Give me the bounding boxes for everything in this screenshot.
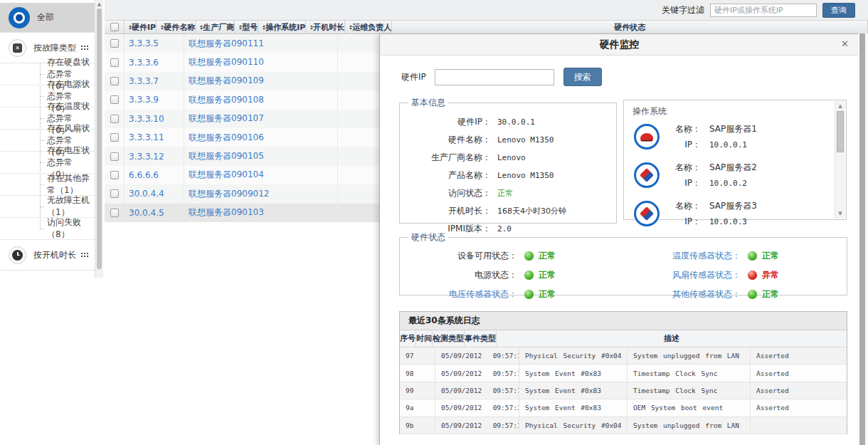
log-panel-title: 最近30条系统日志	[400, 312, 847, 330]
field-label: 访问状态：	[400, 187, 491, 199]
close-icon[interactable]: ✕	[841, 39, 849, 48]
sidebar-group-uptime[interactable]: 按开机时长	[0, 240, 95, 271]
status-label[interactable]: 风扇传感器状态：	[623, 269, 741, 281]
log-row: 98 05/09/2012 09:57:16 System Event #0x8…	[400, 365, 847, 382]
row-checkbox[interactable]	[110, 115, 119, 123]
log-seq-cell: 9b	[400, 417, 435, 434]
hardware-ip-link[interactable]: 30.0.4.5	[129, 208, 164, 218]
os-logo-icon	[634, 162, 660, 188]
os-name-label: 名称：	[672, 123, 701, 135]
hardware-name-link[interactable]: 联想服务器090110	[189, 56, 264, 68]
hardware-ip-link[interactable]: 3.3.3.11	[129, 132, 164, 142]
query-button[interactable]: 查询	[822, 3, 855, 18]
table-column-header[interactable]: 开机时长	[306, 21, 345, 33]
os-panel-scrollbar[interactable]: ▲ ▼	[835, 101, 845, 219]
log-time-cell: 05/09/2012 09:57:16	[435, 365, 519, 381]
sidebar-fault-item[interactable]: 访问失败（8）	[0, 218, 95, 240]
sidebar-fault-item[interactable]: 无故障主机（1）	[0, 196, 95, 218]
hardware-ip-link[interactable]: 3.3.3.5	[129, 38, 159, 48]
hardware-name-link[interactable]: 联想服务器090111	[189, 38, 264, 50]
log-detect-cell: System Event #0x83	[519, 382, 628, 399]
row-checkbox-cell	[105, 110, 125, 128]
sidebar-scrollbar[interactable]: ▲	[95, 0, 103, 278]
uptime-clock-icon	[9, 246, 26, 264]
status-row: 设备可用状态： 正常	[400, 246, 623, 266]
status-dot-icon	[748, 271, 757, 280]
sidebar-fault-item[interactable]: 存在电压状态异常（0）	[0, 152, 95, 174]
column-header-label: 生产厂商	[203, 22, 234, 33]
log-column-header: 序号	[400, 330, 416, 347]
row-checkbox[interactable]	[110, 152, 119, 161]
hardware-ip-link[interactable]: 3.3.3.7	[129, 76, 159, 86]
hardware-name-link[interactable]: 联想服务器090104	[189, 169, 264, 181]
group-menu-icon[interactable]	[80, 252, 89, 258]
table-column-header[interactable]: 型号	[235, 21, 258, 33]
field-label: 硬件名称：	[400, 134, 491, 146]
status-dot-icon	[524, 251, 534, 261]
scroll-up-icon[interactable]: ▲	[835, 103, 845, 109]
sidebar-fault-item[interactable]: 存在其他异常（1）	[0, 174, 95, 196]
hardware-name-link[interactable]: 联想服务器090108	[189, 94, 264, 106]
ip-search-input[interactable]	[435, 69, 554, 85]
hardware-ip-link[interactable]: 30.0.4.4	[129, 189, 164, 199]
scroll-down-icon[interactable]: ▼	[835, 211, 845, 216]
status-dot-icon	[524, 271, 534, 280]
table-column-header[interactable]: 运维负责人	[345, 21, 392, 33]
hardware-name-link[interactable]: 联想服务器090105	[189, 150, 264, 162]
status-label[interactable]: 电压传感器状态：	[400, 288, 517, 300]
column-header-label: 操作系统IP	[265, 22, 305, 33]
page-scroll-thumb[interactable]	[859, 33, 865, 445]
row-checkbox[interactable]	[110, 133, 119, 142]
keyword-filter-input[interactable]	[710, 4, 817, 17]
group-menu-icon[interactable]	[80, 45, 89, 51]
hardware-name-link[interactable]: 联想服务器090107	[189, 112, 264, 125]
os-entry: 名称： SAP服务器3 IP： 10.0.0.3	[624, 194, 835, 233]
os-name-value: SAP服务器1	[709, 123, 757, 135]
row-checkbox[interactable]	[110, 171, 119, 179]
hardware-ip-link[interactable]: 3.3.3.10	[129, 114, 164, 124]
hardware-name-cell: 联想服务器090111	[184, 34, 338, 53]
select-all-checkbox[interactable]	[110, 23, 119, 31]
table-column-header[interactable]: 操作系统IP	[258, 21, 306, 33]
hardware-ip-link[interactable]: 3.3.3.12	[129, 152, 164, 162]
column-header-label: 硬件状态	[392, 22, 867, 33]
status-label[interactable]: 温度传感器状态：	[623, 250, 741, 262]
table-column-header[interactable]: 硬件状态	[392, 21, 868, 33]
status-label[interactable]: 设备可用状态：	[400, 250, 517, 262]
os-scroll-thumb[interactable]	[837, 111, 844, 152]
row-checkbox-cell	[105, 72, 125, 90]
column-header-label: 硬件IP	[132, 22, 156, 33]
status-label[interactable]: 其他传感器状态：	[623, 288, 741, 300]
hardware-name-cell: 联想服务器090107	[184, 110, 338, 128]
row-checkbox[interactable]	[110, 95, 119, 104]
modal-header: 硬件监控 ✕	[380, 34, 859, 56]
hardware-name-link[interactable]: 联想服务器090109	[189, 75, 264, 87]
hardware-name-link[interactable]: 联想服务器090103	[189, 206, 264, 219]
table-column-header[interactable]: 硬件名称	[157, 21, 196, 33]
row-checkbox[interactable]	[110, 77, 119, 85]
search-button[interactable]: 搜索	[563, 68, 602, 86]
log-desc-cell: Asserted	[751, 382, 847, 399]
hardware-ip-link[interactable]: 3.3.3.9	[129, 95, 159, 105]
sidebar-scroll-thumb[interactable]	[97, 9, 102, 269]
scroll-up-icon[interactable]: ▲	[95, 1, 103, 7]
status-row: 风扇传感器状态： 异常	[623, 266, 847, 285]
hardware-name-link[interactable]: 联想服务器090106	[189, 132, 264, 144]
row-checkbox[interactable]	[110, 39, 119, 48]
table-column-header[interactable]: 硬件IP	[125, 21, 157, 33]
row-checkbox[interactable]	[110, 209, 119, 217]
hardware-ip-link[interactable]: 6.6.6.6	[129, 170, 159, 180]
hardware-name-link[interactable]: 联想服务器0909012	[189, 188, 269, 200]
hardware-ip-link[interactable]: 3.3.3.6	[129, 58, 159, 68]
row-checkbox[interactable]	[110, 58, 119, 67]
row-checkbox[interactable]	[110, 189, 119, 198]
status-row: 电压传感器状态： 正常	[400, 285, 623, 304]
log-row: 97 05/09/2012 09:57:11 Physical Security…	[400, 347, 847, 365]
status-label[interactable]: 电源状态：	[400, 269, 517, 281]
sidebar-item-all[interactable]: 全部	[0, 3, 95, 33]
page-scrollbar[interactable]	[858, 33, 868, 445]
status-row: 温度传感器状态： 正常	[623, 246, 847, 266]
row-checkbox-cell	[105, 34, 125, 53]
table-column-header[interactable]: 生产厂商	[196, 21, 235, 33]
hardware-ip-cell: 30.0.4.4	[125, 184, 184, 203]
